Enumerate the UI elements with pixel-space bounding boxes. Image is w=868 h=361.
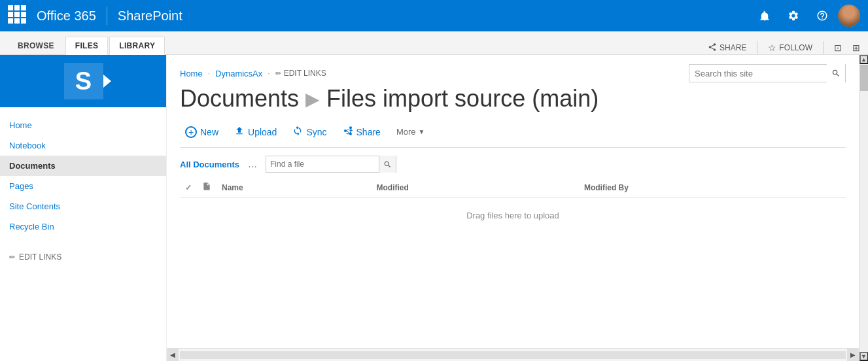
upload-icon	[234, 126, 245, 138]
notifications-button[interactable]	[752, 3, 778, 29]
view-toolbar: All Documents ...	[180, 153, 846, 175]
drag-drop-message: Drag files here to upload	[466, 211, 559, 220]
focus-button[interactable]: ⊡	[834, 43, 842, 53]
share-toolbar-icon	[343, 126, 353, 138]
top-bar-right	[752, 3, 860, 29]
document-table: ✓ Name Modified Modified By	[180, 178, 846, 198]
site-name: SharePoint	[118, 9, 182, 24]
find-file-input[interactable]	[266, 160, 379, 169]
follow-button[interactable]: ☆ FOLLOW	[768, 43, 812, 53]
share-button[interactable]: SHARE	[708, 43, 746, 54]
breadcrumb-sep2: ·	[268, 69, 269, 78]
page-title-separator: ▶	[305, 88, 320, 110]
toolbar: + New Upload Sync	[180, 120, 846, 148]
scroll-down-button[interactable]: ▼	[859, 352, 869, 361]
edit-links-text: EDIT LINKS	[284, 69, 326, 78]
col-name: Name	[217, 178, 372, 198]
sidebar-item-documents[interactable]: Documents	[0, 156, 166, 176]
search-input[interactable]	[689, 69, 827, 78]
more-label: More	[396, 127, 416, 137]
sidebar-item-site-contents[interactable]: Site Contents	[0, 196, 166, 216]
right-scrollbar: ▲ ▼	[859, 55, 868, 361]
page-title-subtitle: Files import source (main)	[326, 85, 599, 112]
share-icon	[708, 43, 717, 54]
new-icon: +	[185, 126, 197, 138]
scroll-right-button[interactable]: ▶	[847, 349, 859, 362]
col-check: ✓	[180, 178, 197, 198]
sidebar: S Home Notebook Documents Pages Site Con…	[0, 55, 167, 361]
focus-icon: ⊡	[834, 43, 842, 53]
page-title-area: Documents ▶ Files import source (main)	[180, 82, 846, 120]
site-logo: S	[0, 55, 167, 107]
tab-files[interactable]: FILES	[65, 37, 109, 55]
ribbon-sep-1	[757, 41, 757, 54]
sync-button[interactable]: Sync	[287, 123, 332, 141]
top-bar-divider	[107, 7, 107, 25]
app-name: Office 365	[37, 9, 96, 24]
new-button[interactable]: + New	[180, 124, 224, 141]
scroll-left-button[interactable]: ◀	[167, 349, 179, 362]
svg-point-1	[349, 133, 352, 135]
main-content: Home · DynamicsAx · ✏ EDIT LINKS	[167, 55, 859, 348]
sync-ribbon-button[interactable]: ⊞	[852, 43, 860, 53]
more-button[interactable]: More ▼	[391, 124, 430, 139]
sidebar-item-recycle-bin[interactable]: Recycle Bin	[0, 216, 166, 237]
share-toolbar-button[interactable]: Share	[338, 123, 386, 141]
scroll-track	[859, 64, 869, 352]
drag-drop-area: Drag files here to upload	[180, 198, 846, 233]
upload-button[interactable]: Upload	[229, 123, 282, 141]
ribbon: BROWSE FILES LIBRARY SHARE ☆ FOLLOW ⊡ ⊞	[0, 31, 868, 55]
all-documents-view[interactable]: All Documents	[180, 160, 239, 169]
breadcrumb-sep: ·	[208, 69, 210, 78]
upload-label: Upload	[248, 127, 277, 137]
follow-label: FOLLOW	[779, 43, 812, 52]
user-avatar[interactable]	[838, 5, 860, 27]
tab-library[interactable]: LIBRARY	[109, 37, 165, 55]
ribbon-actions: SHARE ☆ FOLLOW ⊡ ⊞	[708, 41, 860, 54]
sidebar-nav: Home Notebook Documents Pages Site Conte…	[0, 107, 166, 245]
sidebar-item-notebook[interactable]: Notebook	[0, 135, 166, 156]
find-file-button[interactable]	[379, 156, 396, 173]
waffle-icon[interactable]	[8, 5, 29, 26]
col-icon	[197, 178, 217, 198]
help-button[interactable]	[809, 3, 835, 29]
breadcrumb-dynamicsax[interactable]: DynamicsAx	[215, 69, 262, 78]
edit-links-button[interactable]: ✏ EDIT LINKS	[275, 69, 326, 78]
sidebar-item-pages[interactable]: Pages	[0, 176, 166, 196]
share-label: SHARE	[720, 43, 746, 52]
new-label: New	[200, 127, 218, 137]
top-bar: Office 365 SharePoint	[0, 0, 868, 31]
sync-ribbon-icon: ⊞	[852, 43, 860, 53]
scroll-thumb[interactable]	[860, 65, 868, 91]
edit-links-label: EDIT LINKS	[19, 252, 61, 262]
ribbon-sep-2	[823, 41, 824, 54]
page-title-documents: Documents	[180, 85, 299, 112]
breadcrumb: Home · DynamicsAx · ✏ EDIT LINKS	[180, 69, 326, 78]
bottom-scrollbar: ◀ ▶	[167, 348, 859, 361]
horizontal-scrollbar[interactable]	[180, 351, 846, 359]
scroll-up-button[interactable]: ▲	[859, 55, 869, 64]
svg-point-2	[344, 129, 347, 132]
breadcrumb-home[interactable]: Home	[180, 69, 203, 78]
sp-logo-arrow	[103, 75, 111, 88]
search-button[interactable]	[827, 64, 845, 82]
pencil-icon-2: ✏	[275, 69, 281, 78]
sync-icon	[292, 126, 303, 138]
pencil-icon: ✏	[9, 253, 15, 262]
sidebar-item-home[interactable]: Home	[0, 115, 166, 135]
check-icon: ✓	[185, 183, 192, 192]
col-modified-by: Modified By	[579, 178, 846, 198]
sp-logo-letter: S	[75, 67, 92, 95]
more-chevron-icon: ▼	[419, 128, 425, 135]
doc-type-icon	[202, 184, 211, 193]
settings-button[interactable]	[780, 3, 807, 29]
sync-label: Sync	[306, 127, 326, 137]
share-toolbar-label: Share	[356, 127, 381, 137]
tab-browse[interactable]: BROWSE	[8, 37, 64, 54]
search-box	[689, 64, 846, 82]
svg-point-0	[349, 126, 352, 129]
table-header-row: ✓ Name Modified Modified By	[180, 178, 846, 198]
sidebar-edit-links[interactable]: ✏ EDIT LINKS	[0, 247, 166, 267]
more-views-button[interactable]: ...	[245, 156, 260, 172]
col-modified: Modified	[372, 178, 579, 198]
